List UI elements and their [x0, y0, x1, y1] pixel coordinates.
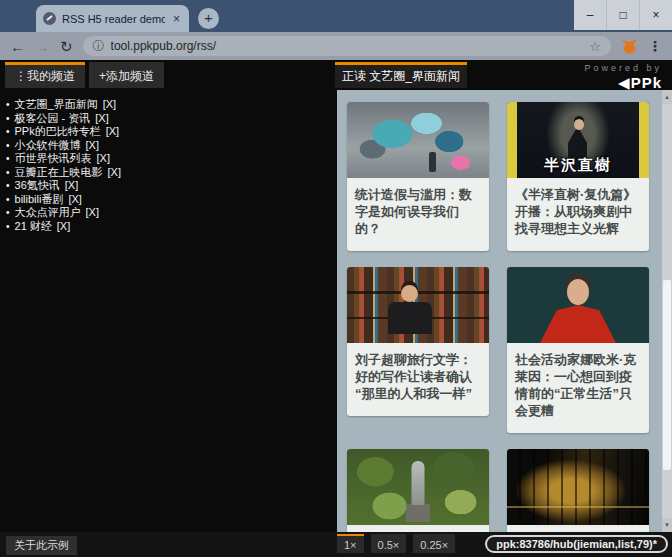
page-info-icon[interactable]: ⓘ	[93, 38, 105, 55]
channel-item[interactable]: •极客公园 - 资讯[X]	[6, 112, 337, 126]
browser-tab[interactable]: RSS H5 reader demo (Powere ×	[36, 5, 189, 32]
powered-by-label: Powered by	[584, 63, 662, 73]
minimize-button[interactable]: –	[574, 0, 606, 30]
channel-name[interactable]: 21 财经	[15, 220, 52, 232]
article-feed: 统计造假与滥用：数字是如何误导我们的？ 半沢直樹 《半泽直树·复仇篇》开播：从职…	[337, 90, 662, 532]
article-card[interactable]: 统计造假与滥用：数字是如何误导我们的？	[347, 102, 489, 251]
remove-channel-button[interactable]: [X]	[86, 139, 99, 151]
channel-name[interactable]: 币世界快讯列表	[15, 152, 92, 164]
zoom-025x-button[interactable]: 0.25×	[413, 534, 455, 553]
channel-item[interactable]: •币世界快讯列表[X]	[6, 152, 337, 166]
remove-channel-button[interactable]: [X]	[65, 179, 78, 191]
article-title: 社会活动家娜欧米·克莱因：一心想回到疫情前的“正常生活”只会更糟	[507, 343, 649, 433]
channel-item[interactable]: •PPk的巴比特专栏[X]	[6, 125, 337, 139]
channel-item[interactable]: •21 财经[X]	[6, 220, 337, 234]
remove-channel-button[interactable]: [X]	[86, 206, 99, 218]
browser-menu-icon[interactable]: ⋮	[648, 38, 662, 54]
channel-name[interactable]: 小众软件微博	[15, 139, 81, 151]
article-thumbnail: 半沢直樹	[507, 102, 649, 178]
bullet-icon: •	[6, 99, 10, 110]
channel-item[interactable]: •文艺圈_界面新闻[X]	[6, 98, 337, 112]
channel-list: •文艺圈_界面新闻[X] •极客公园 - 资讯[X] •PPk的巴比特专栏[X]…	[0, 98, 337, 233]
close-button[interactable]: ×	[639, 0, 672, 30]
browser-window: RSS H5 reader demo (Powere × + – □ × ← →…	[0, 0, 672, 557]
bullet-icon: •	[6, 167, 10, 178]
channel-item[interactable]: •36氪快讯[X]	[6, 179, 337, 193]
channel-name[interactable]: PPk的巴比特专栏	[15, 125, 101, 137]
remove-channel-button[interactable]: [X]	[108, 166, 121, 178]
tab-now-reading[interactable]: 正读 文艺圈_界面新闻	[335, 62, 467, 88]
card-grid: 统计造假与滥用：数字是如何误导我们的？ 半沢直樹 《半泽直树·复仇篇》开播：从职…	[337, 90, 662, 532]
forward-icon[interactable]: →	[35, 39, 50, 54]
back-icon[interactable]: ←	[10, 39, 25, 54]
bullet-icon: •	[6, 113, 10, 124]
browser-toolbar: ← → ↻ ⓘ tool.ppkpub.org/rss/ ☆ ⋮	[0, 32, 672, 60]
browser-titlebar: RSS H5 reader demo (Powere × + – □ ×	[0, 0, 672, 32]
feed-scrollbar[interactable]: ▲ ▼	[662, 90, 672, 532]
branding: Powered by ◀PPk	[584, 63, 662, 92]
tab-title: RSS H5 reader demo (Powere	[62, 13, 165, 25]
remove-channel-button[interactable]: [X]	[106, 125, 119, 137]
remove-channel-button[interactable]: [X]	[103, 98, 116, 110]
remove-channel-button[interactable]: [X]	[57, 220, 70, 232]
address-bar[interactable]: ⓘ tool.ppkpub.org/rss/ ☆	[83, 36, 611, 56]
window-controls: – □ ×	[574, 0, 672, 30]
tab-add-channel[interactable]: +添加频道	[89, 62, 164, 88]
bullet-icon: •	[6, 153, 10, 164]
bullet-icon: •	[6, 221, 10, 232]
article-thumbnail	[347, 102, 489, 178]
thumbnail-overlay-text: 半沢直樹	[507, 156, 649, 175]
channel-name[interactable]: bilibili番剧	[15, 193, 64, 205]
status-bar: 关于此示例 1× 0.5× 0.25× ppk:83786/hub(jiemia…	[0, 532, 672, 557]
channel-name[interactable]: 36氪快讯	[15, 179, 60, 191]
remove-channel-button[interactable]: [X]	[97, 152, 110, 164]
channel-name[interactable]: 极客公园 - 资讯	[15, 112, 91, 124]
bullet-icon: •	[6, 140, 10, 151]
channel-name[interactable]: 文艺圈_界面新闻	[15, 98, 98, 110]
article-thumbnail	[347, 267, 489, 343]
bullet-icon: •	[6, 180, 10, 191]
tab-close-icon[interactable]: ×	[171, 12, 182, 26]
url-text[interactable]: tool.ppkpub.org/rss/	[111, 39, 584, 53]
article-card[interactable]: 半沢直樹 《半泽直树·复仇篇》开播：从职场爽剧中找寻理想主义光辉	[507, 102, 649, 251]
metamask-icon[interactable]	[621, 39, 638, 54]
zoom-05x-button[interactable]: 0.5×	[371, 534, 407, 553]
rss-reader-page: ⋮我的频道 +添加频道 正读 文艺圈_界面新闻 Powered by ◀PPk …	[0, 60, 672, 532]
article-thumbnail	[507, 449, 649, 525]
remove-channel-button[interactable]: [X]	[95, 112, 108, 124]
article-title: 居家工作的日子里，你	[507, 525, 649, 532]
site-favicon-icon	[43, 12, 56, 25]
bookmark-star-icon[interactable]: ☆	[589, 39, 601, 54]
reload-icon[interactable]: ↻	[60, 39, 73, 54]
channel-list-panel: •文艺圈_界面新闻[X] •极客公园 - 资讯[X] •PPk的巴比特专栏[X]…	[0, 98, 337, 532]
channel-item[interactable]: •bilibili番剧[X]	[6, 193, 337, 207]
article-title: 统计造假与滥用：数字是如何误导我们的？	[347, 178, 489, 251]
new-tab-button[interactable]: +	[198, 8, 219, 29]
zoom-1x-button[interactable]: 1×	[337, 534, 364, 553]
remove-channel-button[interactable]: [X]	[68, 193, 81, 205]
channel-item[interactable]: •豆瓣正在上映电影[X]	[6, 166, 337, 180]
article-card[interactable]: 社会活动家娜欧米·克莱因：一心想回到疫情前的“正常生活”只会更糟	[507, 267, 649, 433]
bullet-icon: •	[6, 126, 10, 137]
add-channel-label: +添加频道	[99, 69, 154, 83]
page-header: ⋮我的频道 +添加频道 正读 文艺圈_界面新闻 Powered by ◀PPk	[0, 60, 672, 90]
tab-my-channels[interactable]: ⋮我的频道	[5, 62, 85, 88]
scroll-down-icon[interactable]: ▼	[662, 518, 672, 532]
article-title: 刘子超聊旅行文学：好的写作让读者确认“那里的人和我一样”	[347, 343, 489, 416]
article-thumbnail	[347, 449, 489, 525]
bullet-icon: •	[6, 194, 10, 205]
scroll-up-icon[interactable]: ▲	[662, 90, 672, 104]
channel-item[interactable]: •小众软件微博[X]	[6, 139, 337, 153]
scrollbar-thumb[interactable]	[663, 280, 671, 470]
channel-name[interactable]: 大众点评用户	[15, 206, 81, 218]
channel-name[interactable]: 豆瓣正在上映电影	[15, 166, 103, 178]
article-card[interactable]: 刘子超聊旅行文学：好的写作让读者确认“那里的人和我一样”	[347, 267, 489, 416]
article-thumbnail	[507, 267, 649, 343]
article-card[interactable]: 居家工作的日子里，你	[507, 449, 649, 532]
about-example-button[interactable]: 关于此示例	[6, 536, 77, 555]
channel-item[interactable]: •大众点评用户[X]	[6, 206, 337, 220]
bullet-icon: •	[6, 207, 10, 218]
article-card[interactable]: 《奥州小道》：松尾芭	[347, 449, 489, 532]
maximize-button[interactable]: □	[606, 0, 639, 30]
article-title: 《奥州小道》：松尾芭	[347, 525, 489, 532]
